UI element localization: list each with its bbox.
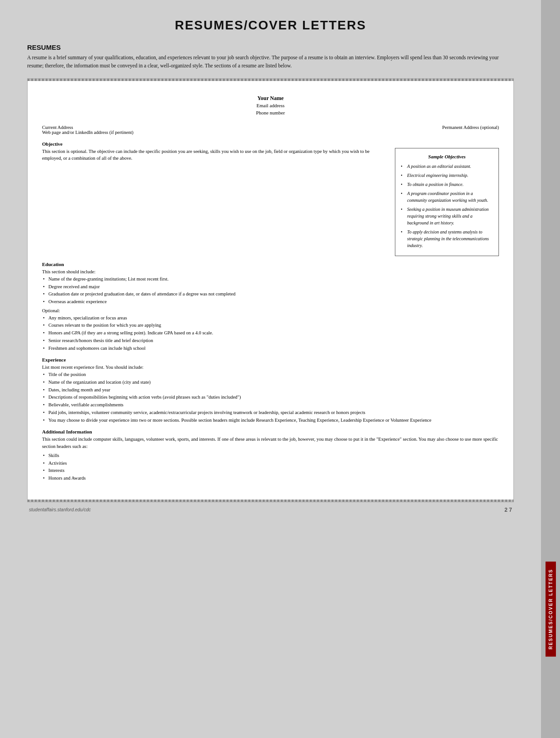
list-item: Descriptions of responsibilities beginni… <box>42 394 499 401</box>
resume-phone: Phone number <box>42 109 499 117</box>
list-item: Title of the position <box>42 371 499 378</box>
additional-list: Skills Activities Interests Honors and A… <box>42 452 499 482</box>
list-item: Name of the degree-granting institutions… <box>42 276 499 283</box>
resume-header: Your Name Email address Phone number <box>42 91 499 117</box>
footer-page: 2 7 <box>504 507 512 513</box>
permanent-address-label: Permanent Address (optional) <box>442 125 499 130</box>
objective-title: Objective <box>42 141 499 147</box>
sample-objectives-list: A position as an editorial assistant. El… <box>401 163 493 249</box>
objective-section: Objective This section is optional. The … <box>42 141 499 257</box>
list-item: A program coordinator position in a comm… <box>401 190 493 204</box>
list-item: Graduation date or projected graduation … <box>42 290 499 298</box>
list-item: To apply decision and systems analysis t… <box>401 229 493 249</box>
current-address-label: Current Address <box>42 125 442 130</box>
additional-intro: This section could include computer skil… <box>42 436 499 450</box>
list-item: Interests <box>42 467 499 474</box>
list-item: Overseas academic experience <box>42 298 499 305</box>
permanent-address-block: Permanent Address (optional) <box>442 125 499 135</box>
list-item: Senior research/honors thesis title and … <box>42 337 499 344</box>
list-item: Honors and Awards <box>42 475 499 482</box>
resume-template-box: Your Name Email address Phone number Cur… <box>27 78 514 502</box>
education-title: Education <box>42 262 499 267</box>
sidebar-tab: RESUMES/COVER LETTERS <box>546 562 556 657</box>
page-content: RESUMES/COVER LETTERS RESUMES A resume i… <box>0 0 541 738</box>
resumes-intro-text: A resume is a brief summary of your qual… <box>27 54 514 70</box>
objective-text: This section is optional. The objective … <box>42 148 388 162</box>
list-item: Activities <box>42 460 499 467</box>
list-item: A position as an editorial assistant. <box>401 163 493 170</box>
list-item: Degree received and major <box>42 283 499 290</box>
list-item: Name of the organization and location (c… <box>42 379 499 386</box>
address-row: Current Address Web page and/or LinkedIn… <box>42 125 499 135</box>
list-item: Courses relevant to the position for whi… <box>42 322 499 329</box>
resume-email: Email address <box>42 102 499 110</box>
current-address-block: Current Address Web page and/or LinkedIn… <box>42 125 442 135</box>
objective-body: This section is optional. The objective … <box>42 148 388 257</box>
education-optional-label: Optional: <box>42 307 499 314</box>
list-item: Seeking a position in museum administrat… <box>401 206 493 226</box>
experience-body: List most recent experience first. You s… <box>42 364 499 424</box>
resumes-heading: RESUMES <box>27 43 514 51</box>
list-item: Electrical engineering internship. <box>401 172 493 179</box>
experience-section: Experience List most recent experience f… <box>42 357 499 424</box>
list-item: You may choose to divide your experience… <box>42 417 499 424</box>
additional-section: Additional Information This section coul… <box>42 429 499 482</box>
list-item: To obtain a position in finance. <box>401 181 493 188</box>
resume-name: Your Name <box>42 95 499 102</box>
page-title: RESUMES/COVER LETTERS <box>27 18 514 33</box>
right-sidebar: RESUMES/COVER LETTERS <box>541 0 560 738</box>
education-section: Education This section should include: N… <box>42 262 499 352</box>
education-optional-list: Any minors, specialization or focus area… <box>42 314 499 352</box>
experience-list: Title of the position Name of the organi… <box>42 371 499 424</box>
list-item: Honors and GPA (if they are a strong sel… <box>42 329 499 337</box>
resumes-intro-section: RESUMES A resume is a brief summary of y… <box>27 43 514 70</box>
additional-title: Additional Information <box>42 429 499 434</box>
education-body: This section should include: Name of the… <box>42 268 499 352</box>
sample-objectives-box: Sample Objectives A position as an edito… <box>395 148 499 257</box>
experience-title: Experience <box>42 357 499 362</box>
education-intro: This section should include: <box>42 268 499 276</box>
list-item: Believable, verifiable accomplishments <box>42 401 499 409</box>
objective-row: This section is optional. The objective … <box>42 148 499 257</box>
sample-objectives-title: Sample Objectives <box>401 153 493 161</box>
footer-url: studentaffairs.stanford.edu/cdc <box>29 507 91 512</box>
list-item: Freshmen and sophomores can include high… <box>42 345 499 352</box>
list-item: Dates, including month and year <box>42 386 499 394</box>
page-footer: studentaffairs.stanford.edu/cdc 2 7 <box>27 507 514 513</box>
web-label: Web page and/or LinkedIn address (if per… <box>42 130 442 135</box>
experience-intro: List most recent experience first. You s… <box>42 364 499 371</box>
list-item: Skills <box>42 452 499 459</box>
additional-body: This section could include computer skil… <box>42 436 499 482</box>
education-required-list: Name of the degree-granting institutions… <box>42 276 499 305</box>
list-item: Any minors, specialization or focus area… <box>42 314 499 322</box>
list-item: Paid jobs, internships, volunteer commun… <box>42 409 499 416</box>
